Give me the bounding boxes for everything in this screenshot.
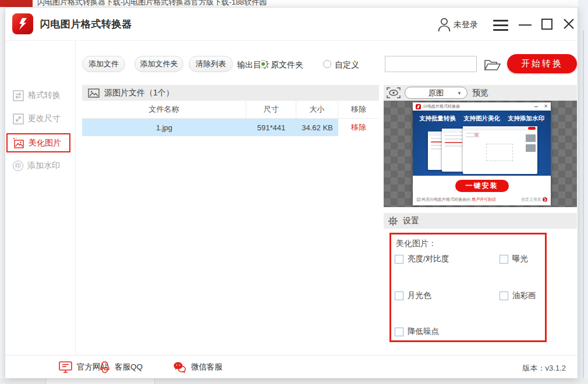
checkbox-label: 月光色 <box>408 290 431 301</box>
feature-item: 支持添加水印 <box>508 115 544 123</box>
qq-support-link[interactable]: 客服QQ <box>100 355 143 379</box>
checkbox-label: 曝光 <box>512 254 528 264</box>
chevron-right-icon: ❯ <box>543 197 547 202</box>
source-files-title: 源图片文件（1个） <box>104 88 174 98</box>
maximize-icon[interactable] <box>541 19 552 30</box>
footer-link-label: 客服QQ <box>115 362 143 372</box>
checkbox[interactable] <box>395 328 403 336</box>
radio-dot <box>261 62 265 66</box>
browser-background-strip: 闪电图片格式转换器下载-闪电图片格式转换器官方版下载-188软件园 <box>0 0 588 7</box>
previewed-image-installer: 闪电图片格式转换器 ✕ 支持批量转换 支持图片美化 支持添加水印 <box>413 102 551 205</box>
option-denoise[interactable]: 降低噪点 <box>395 326 439 337</box>
preview-mode-dropdown[interactable]: 原图 ▼ <box>405 87 467 99</box>
checkbox-label: 油彩画 <box>512 290 536 301</box>
radio-original-folder[interactable] <box>259 60 267 68</box>
source-files-header: 源图片文件（1个） <box>82 85 379 101</box>
custom-install-label: 自定义安装 <box>521 197 541 202</box>
installer-banner: 支持批量转换 支持图片美化 支持添加水印 <box>413 111 551 176</box>
browser-scroll-line <box>583 30 584 384</box>
checkbox-label: 亮度/对比度 <box>408 254 449 264</box>
installer-footer: 一键安装 ✓ 同意闪电图片格式转换器的 用户许可协议 自定义安装 ❯ <box>413 176 551 205</box>
qq-icon <box>100 361 110 374</box>
sidebar-item-label: 添加水印 <box>27 161 60 171</box>
menu-icon[interactable] <box>493 20 508 34</box>
watermark-icon: 印 <box>13 161 23 171</box>
col-remove: 移除 <box>338 101 379 118</box>
table-header-row: 文件名称 尺寸 大小 移除 <box>82 101 379 119</box>
add-folder-button[interactable]: 添加文件夹 <box>134 56 183 72</box>
checkbox[interactable] <box>395 255 403 264</box>
browser-red-block <box>0 0 33 7</box>
option-oil-painting[interactable]: 油彩画 <box>500 290 536 301</box>
gear-icon <box>388 216 398 226</box>
checkbox[interactable] <box>395 291 403 300</box>
installer-logo-icon <box>416 104 421 109</box>
installer-license-row: ✓ 同意闪电图片格式转换器的 用户许可协议 <box>417 197 496 202</box>
checkbox-label: 降低噪点 <box>408 326 439 337</box>
checkbox[interactable] <box>500 291 508 300</box>
image-file-icon <box>88 88 100 98</box>
browser-tab-title: 闪电图片格式转换器下载-闪电图片格式转换器官方版下载-188软件园 <box>37 0 267 7</box>
close-icon[interactable] <box>562 17 575 30</box>
start-convert-button[interactable]: 开始转换 <box>507 54 577 73</box>
preview-eye-icon <box>387 87 401 99</box>
app-window: 闪电图片格式转换器 未登录 格式转换 更改尺寸 <box>5 7 578 378</box>
cell-filename: 1.jpg <box>82 119 246 136</box>
sidebar-item-label: 格式转换 <box>28 90 61 101</box>
sidebar-item-resize[interactable]: 更改尺寸 <box>5 110 75 127</box>
installer-title: 闪电图片格式转换器 <box>423 104 532 109</box>
installer-custom-install: 自定义安装 ❯ <box>521 197 547 202</box>
annotation-box-settings: 美化图片： 亮度/对比度 曝光 月光色 油彩画 降低噪点 <box>389 233 547 342</box>
one-click-install-button: 一键安装 <box>455 180 509 192</box>
installer-license-link: 用户许可协议 <box>472 197 496 202</box>
title-bar: 闪电图片格式转换器 未登录 <box>5 8 578 41</box>
installer-screenshot-mock <box>463 126 537 174</box>
resize-icon <box>13 113 24 125</box>
login-status[interactable]: 未登录 <box>454 20 478 30</box>
app-title: 闪电图片格式转换器 <box>40 17 132 31</box>
preview-label: 预览 <box>472 88 488 98</box>
output-path-input[interactable] <box>385 56 477 72</box>
sidebar-item-watermark[interactable]: 印 添加水印 <box>5 157 75 175</box>
beautify-group-label: 美化图片： <box>396 239 437 249</box>
settings-header: 设置 <box>384 213 577 229</box>
footer-link-label: 微信客服 <box>191 362 222 372</box>
annotation-box-sidebar <box>6 133 70 152</box>
installer-titlebar: 闪电图片格式转换器 ✕ <box>413 102 551 111</box>
option-brightness-contrast[interactable]: 亮度/对比度 <box>395 254 449 264</box>
installer-features: 支持批量转换 支持图片美化 支持添加水印 <box>413 111 551 123</box>
sidebar: 格式转换 更改尺寸 美化图片 印 添加水印 <box>5 41 76 355</box>
clear-list-button[interactable]: 清除列表 <box>189 56 233 72</box>
minimize-icon[interactable] <box>519 24 532 26</box>
browse-folder-icon[interactable] <box>484 58 501 71</box>
footer-bar: 官方网站 客服QQ 微信客服 版本：v3.1.2 <box>5 355 578 378</box>
option-moonlight[interactable]: 月光色 <box>395 290 431 301</box>
monitor-icon <box>59 361 72 373</box>
radio-custom-label[interactable]: 自定义 <box>335 60 359 70</box>
chevron-down-icon: ▼ <box>457 91 462 96</box>
remove-link[interactable]: 移除 <box>338 119 379 136</box>
app-logo <box>12 13 33 34</box>
col-dimensions: 尺寸 <box>246 101 296 118</box>
add-file-button[interactable]: 添加文件 <box>82 56 125 72</box>
option-exposure[interactable]: 曝光 <box>500 254 528 264</box>
installer-minimize-icon <box>534 106 538 107</box>
cell-size: 34.62 KB <box>296 119 338 136</box>
format-convert-icon <box>13 90 24 101</box>
feature-item: 支持图片美化 <box>463 115 500 123</box>
wechat-icon <box>173 361 186 373</box>
installer-agree-checkbox: ✓ <box>417 198 420 201</box>
radio-original-folder-label[interactable]: 原文件夹 <box>271 60 303 70</box>
preview-image-area: 闪电图片格式转换器 ✕ 支持批量转换 支持图片美化 支持添加水印 <box>384 101 577 207</box>
checkbox[interactable] <box>500 255 508 264</box>
col-size: 大小 <box>296 101 338 118</box>
table-row[interactable]: 1.jpg 591*441 34.62 KB 移除 <box>82 119 379 136</box>
sidebar-item-format-convert[interactable]: 格式转换 <box>5 87 75 104</box>
lightning-icon <box>16 17 30 31</box>
wechat-support-link[interactable]: 微信客服 <box>173 355 222 379</box>
radio-custom[interactable] <box>323 60 331 68</box>
preview-mode-value: 原图 <box>428 88 444 98</box>
user-icon[interactable] <box>437 17 451 32</box>
sidebar-item-label: 更改尺寸 <box>28 113 61 124</box>
col-filename: 文件名称 <box>82 101 246 118</box>
